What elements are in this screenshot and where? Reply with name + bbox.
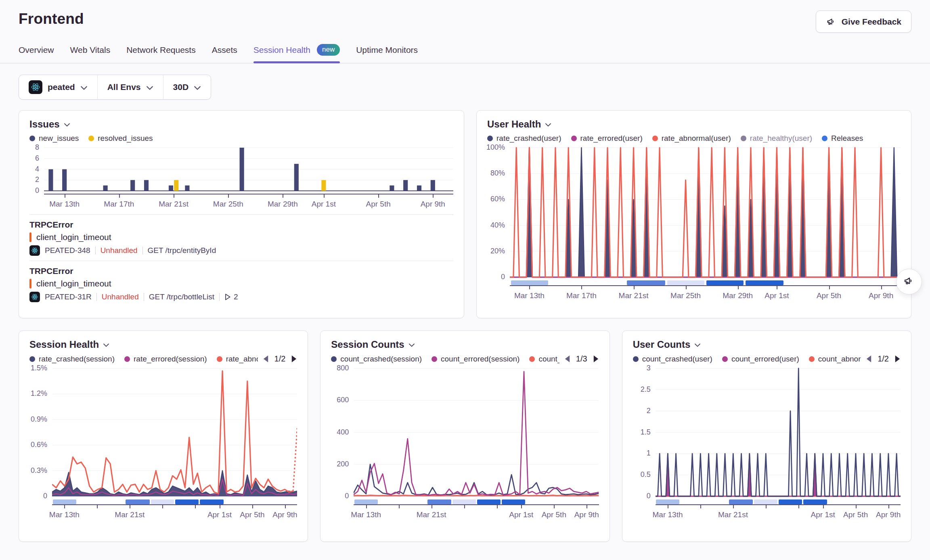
legend-item[interactable]: count_errored(user) <box>722 355 799 364</box>
x-axis-tick-label: Apr 5th <box>843 510 868 519</box>
legend-prev-button[interactable] <box>866 355 872 362</box>
legend-item[interactable]: rate_errored(user) <box>571 134 643 143</box>
release-segment[interactable] <box>151 499 174 504</box>
plot-area[interactable] <box>52 368 297 497</box>
legend-dot <box>809 356 815 362</box>
tab-bar: OverviewWeb VitalsNetwork RequestsAssets… <box>0 42 930 63</box>
x-axis-tick-label: Apr 1st <box>811 510 835 519</box>
x-axis-tick-label: Mar 21st <box>115 510 145 519</box>
user-counts-legend: count_crashed(user)count_errored(user)co… <box>633 355 861 364</box>
tab-session-health[interactable]: Session Healthnew <box>253 42 340 63</box>
plot-area[interactable] <box>656 368 901 497</box>
release-segment[interactable] <box>200 499 224 504</box>
tab-overview[interactable]: Overview <box>19 42 54 63</box>
release-segment[interactable] <box>746 280 783 285</box>
session-counts-panel-title[interactable]: Session Counts <box>331 339 404 350</box>
legend-item[interactable]: Releases <box>822 134 863 143</box>
release-segment[interactable] <box>627 280 665 285</box>
y-axis-tick-label: 8 <box>35 143 39 152</box>
session-health-panel-title[interactable]: Session Health <box>29 339 99 350</box>
user-counts-panel-title[interactable]: User Counts <box>633 339 691 350</box>
release-segment[interactable] <box>656 499 679 504</box>
plot-area[interactable] <box>510 147 901 278</box>
y-axis-tick-label: 40% <box>490 221 505 230</box>
legend-next-button[interactable] <box>291 355 297 362</box>
legend-item[interactable]: rate_errored(session) <box>124 355 207 364</box>
legend-item[interactable]: new_issues <box>29 134 79 143</box>
legend-label: count_crashed(user) <box>642 355 712 364</box>
release-segment[interactable] <box>175 499 199 504</box>
issue-message[interactable]: client_login_timeout <box>36 279 111 288</box>
x-axis-tick-label: Apr 5th <box>542 510 566 519</box>
release-segment[interactable] <box>754 499 777 504</box>
issue-short-id[interactable]: PEATED-31R <box>45 293 92 301</box>
date-range-selector[interactable]: 30D <box>163 75 211 99</box>
x-axis-tick-label: Apr 1st <box>207 510 232 519</box>
issue-list-item[interactable]: TRPCError client_login_timeout PEATED-31… <box>29 261 453 302</box>
issues-chart: 86420Mar 13thMar 17thMar 21stMar 25thMar… <box>29 147 453 209</box>
legend-item[interactable]: rate_crashed(user) <box>487 134 561 143</box>
unhandled-badge: Unhandled <box>101 246 138 255</box>
legend-item[interactable]: rate_abnormal(session) <box>217 355 258 364</box>
issue-short-id[interactable]: PEATED-348 <box>45 246 90 255</box>
legend-item[interactable]: rate_healthy(user) <box>741 134 812 143</box>
give-feedback-button[interactable]: Give Feedback <box>816 10 911 33</box>
legend-item[interactable]: count_abnormal(session) <box>529 355 559 364</box>
error-level-bar <box>29 232 31 242</box>
user-health-panel: User Health rate_crashed(user)rate_error… <box>476 110 911 318</box>
issue-type[interactable]: TRPCError <box>29 266 453 276</box>
issues-panel-title[interactable]: Issues <box>29 119 60 130</box>
environment-selector[interactable]: All Envs <box>97 75 163 99</box>
legend-prev-button[interactable] <box>263 355 269 362</box>
issue-message[interactable]: client_login_timeout <box>36 232 111 242</box>
release-segment[interactable] <box>477 499 501 504</box>
legend-next-button[interactable] <box>593 355 599 362</box>
issue-type[interactable]: TRPCError <box>29 220 453 230</box>
tab-assets[interactable]: Assets <box>212 42 237 63</box>
legend-dot <box>88 136 94 141</box>
release-segment[interactable] <box>667 280 704 285</box>
legend-item[interactable]: resolved_issues <box>88 134 153 143</box>
release-segment[interactable] <box>126 499 150 504</box>
tab-network-requests[interactable]: Network Requests <box>126 42 196 63</box>
release-track <box>656 499 901 504</box>
release-segment[interactable] <box>511 280 548 285</box>
plot-area[interactable] <box>44 147 453 192</box>
release-segment[interactable] <box>354 499 378 504</box>
y-axis-labels: 32.521.510.50 <box>633 368 656 497</box>
legend-next-button[interactable] <box>894 355 901 362</box>
legend-label: rate_errored(user) <box>580 134 643 143</box>
legend-label: rate_healthy(user) <box>750 134 812 143</box>
tab-uptime-monitors[interactable]: Uptime Monitors <box>356 42 418 63</box>
legend-item[interactable]: count_errored(session) <box>431 355 519 364</box>
session-counts-panel: Session Counts count_crashed(session)cou… <box>320 330 610 542</box>
release-segment[interactable] <box>502 499 526 504</box>
legend-prev-button[interactable] <box>564 355 570 362</box>
legend-item[interactable]: count_crashed(user) <box>633 355 712 364</box>
floating-feedback-button[interactable] <box>896 269 922 295</box>
release-segment[interactable] <box>779 499 802 504</box>
legend-item[interactable]: count_abnormal(user) <box>809 355 861 364</box>
legend-item[interactable]: rate_abnormal(user) <box>652 134 731 143</box>
replay-count[interactable]: 2 <box>224 293 238 301</box>
plot-area[interactable] <box>354 368 599 497</box>
legend-item[interactable]: rate_crashed(session) <box>29 355 115 364</box>
x-axis <box>510 285 901 290</box>
release-segment[interactable] <box>427 499 452 504</box>
issue-list-item[interactable]: TRPCError client_login_timeout PEATED-34… <box>29 215 453 256</box>
session-counts-legend: count_crashed(session)count_errored(sess… <box>331 355 559 364</box>
legend-label: count_abnormal(user) <box>818 355 861 364</box>
project-selector[interactable]: peated <box>19 75 97 99</box>
release-segment[interactable] <box>706 280 744 285</box>
release-segment[interactable] <box>803 499 827 504</box>
user-health-panel-title[interactable]: User Health <box>487 119 541 130</box>
replay-count-value: 2 <box>234 293 238 301</box>
release-segment[interactable] <box>729 499 753 504</box>
release-segment[interactable] <box>452 499 476 504</box>
legend-item[interactable]: count_crashed(session) <box>331 355 422 364</box>
react-icon <box>29 245 40 256</box>
user-health-legend: rate_crashed(user)rate_errored(user)rate… <box>487 134 901 143</box>
release-segment[interactable] <box>53 499 76 504</box>
user-counts-panel: User Counts count_crashed(user)count_err… <box>622 330 911 542</box>
tab-web-vitals[interactable]: Web Vitals <box>70 42 111 63</box>
